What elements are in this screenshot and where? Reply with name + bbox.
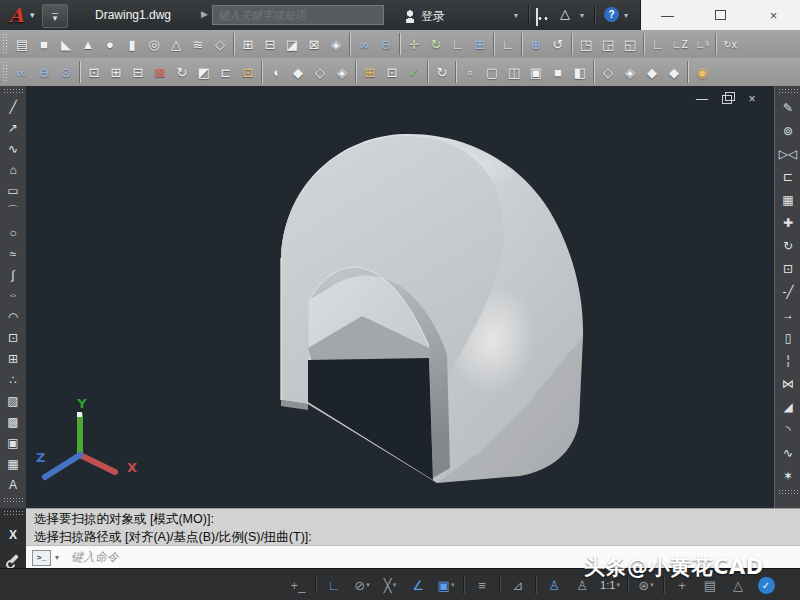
toolbar-grip[interactable] [3, 88, 23, 94]
viewport-minimize-button[interactable]: — [694, 91, 710, 107]
subtract-button[interactable]: ⊖ [375, 32, 397, 56]
subtract-button[interactable]: ⊖ [33, 60, 55, 84]
world-ucs-button[interactable]: ⊕ [525, 32, 547, 56]
slice-button[interactable]: ◪ [281, 32, 303, 56]
origin-ucs-button[interactable]: ∟ [647, 32, 669, 56]
vs-conceptual-button[interactable]: ■ [547, 60, 569, 84]
circle-button[interactable]: ○ [1, 222, 25, 243]
chamfer-button[interactable]: ◢ [776, 395, 800, 418]
isometric-drafting-button[interactable]: ╳▾ [376, 573, 404, 597]
rectangle-button[interactable]: ▭ [1, 180, 25, 201]
polar-tracking-caret-icon[interactable]: ▾ [366, 581, 370, 589]
isometric-drafting-caret-icon[interactable]: ▾ [393, 581, 397, 589]
exchange-apps-button[interactable] [536, 8, 538, 26]
minimize-button[interactable]: — [653, 3, 683, 27]
rotate-gizmo-button[interactable]: ↻ [425, 32, 447, 56]
mirror-button[interactable]: ▷◁ [776, 142, 800, 165]
vs-realistic-button[interactable]: ▣ [525, 60, 547, 84]
viewport-close-button[interactable]: × [744, 91, 760, 107]
x-rotate-ucs-button[interactable]: ↻x [719, 32, 741, 56]
dynamic-ucs-button[interactable]: ⊿ [504, 573, 532, 597]
wedge-button[interactable]: ◣ [55, 32, 77, 56]
imprint-button[interactable]: ⊟ [259, 32, 281, 56]
toolbar-grip[interactable] [3, 497, 23, 503]
z-axis-ucs-button[interactable]: ∟Z [669, 32, 691, 56]
dynamic-input-button[interactable]: +_ [284, 573, 312, 597]
render-preset-medium-button[interactable]: ◆ [641, 60, 663, 84]
object-snap-caret-icon[interactable]: ▾ [451, 581, 455, 589]
polysolid-button[interactable]: ▤ [11, 32, 33, 56]
multiline-text-button[interactable]: A [1, 474, 25, 495]
autodesk-360-caret-icon[interactable]: ▾ [580, 11, 584, 20]
object-snap-tracking-button[interactable]: ∠ [404, 573, 432, 597]
wrench-icon[interactable] [6, 554, 20, 568]
offset-button[interactable]: ⊏ [776, 165, 800, 188]
vs-shaded-button[interactable]: ◧ [569, 60, 591, 84]
join-button[interactable]: ⋈ [776, 372, 800, 395]
toolbar-grip[interactable] [2, 61, 8, 83]
box-button[interactable]: ■ [33, 32, 55, 56]
spline-button[interactable]: ∫ [1, 264, 25, 285]
fillet-edge-button[interactable]: ◖ [265, 60, 287, 84]
construction-line-button[interactable]: ↗ [1, 117, 25, 138]
explode-button[interactable]: ✶ [776, 464, 800, 487]
annotation-scale-caret-icon[interactable]: ▾ [616, 581, 620, 589]
line-button[interactable]: ╱ [1, 96, 25, 117]
render-button[interactable]: ◉ [691, 60, 713, 84]
help-button[interactable]: ? [604, 7, 619, 22]
object-snap-button[interactable]: ▣▾ [432, 573, 460, 597]
erase-button[interactable]: ✎ [776, 96, 800, 119]
restore-button[interactable] [706, 3, 736, 27]
hatch-button[interactable]: ▨ [1, 390, 25, 411]
insert-block-button[interactable]: ⊡ [1, 327, 25, 348]
command-prompt-caret-icon[interactable]: ▾ [55, 553, 59, 562]
help-search-box[interactable] [212, 5, 384, 25]
close-button[interactable]: × [759, 3, 789, 27]
vs-2d-wireframe-button[interactable]: ▫ [459, 60, 481, 84]
gradient-button[interactable]: ▩ [1, 411, 25, 432]
render-preset-draft-button[interactable]: ◇ [597, 60, 619, 84]
viewport-restore-button[interactable] [719, 91, 735, 107]
app-menu-button[interactable]: A [2, 1, 30, 29]
toolbar-grip[interactable] [778, 88, 798, 94]
color-edges-button[interactable]: ◈ [331, 60, 353, 84]
search-expand-icon[interactable]: ▶ [201, 9, 208, 19]
delete-faces-button[interactable]: ⊠ [149, 60, 171, 84]
copy-faces-button[interactable]: ⊟ [127, 60, 149, 84]
create-block-button[interactable]: ⊞ [1, 348, 25, 369]
lineweight-button[interactable]: ≡ [468, 573, 496, 597]
move-gizmo-button[interactable]: ✛ [403, 32, 425, 56]
break-at-point-button[interactable]: ▯ [776, 326, 800, 349]
presspull-button[interactable]: ⊞ [237, 32, 259, 56]
check-button[interactable]: ✓ [403, 60, 425, 84]
sphere-button[interactable]: ● [99, 32, 121, 56]
command-window-grip[interactable] [3, 510, 23, 516]
toolbar-grip[interactable] [2, 33, 8, 55]
extend-button[interactable]: → [776, 303, 800, 326]
interference-button[interactable]: ⊞ [359, 60, 381, 84]
region-button[interactable]: ▣ [1, 432, 25, 453]
break-button[interactable]: ╎ [776, 349, 800, 372]
extract-edges-button[interactable]: ∟ [447, 32, 469, 56]
previous-ucs-button[interactable]: ↺ [547, 32, 569, 56]
copy-button[interactable]: ⊚ [776, 119, 800, 142]
union-button[interactable]: ∞ [353, 32, 375, 56]
offset-faces-button[interactable]: ⊏ [215, 60, 237, 84]
point-button[interactable]: ∴ [1, 369, 25, 390]
copy-edges-button[interactable]: ◇ [309, 60, 331, 84]
helix-button[interactable]: ≋ [187, 32, 209, 56]
chamfer-edge-button[interactable]: ◆ [287, 60, 309, 84]
thicken-button[interactable]: ⊠ [303, 32, 325, 56]
move-button[interactable]: ✚ [776, 211, 800, 234]
render-preset-low-button[interactable]: ◈ [619, 60, 641, 84]
cone-button[interactable]: ▲ [77, 32, 99, 56]
face-ucs-button[interactable]: ◳ [575, 32, 597, 56]
polygon-button[interactable]: ⌂ [1, 159, 25, 180]
view-ucs-button[interactable]: ◱ [619, 32, 641, 56]
render-preset-high-button[interactable]: ◆ [663, 60, 685, 84]
command-input-placeholder[interactable]: 键入命令 [71, 549, 119, 566]
polyline-button[interactable]: ∿ [1, 138, 25, 159]
shell-button[interactable]: ⊡ [381, 60, 403, 84]
ellipse-arc-button[interactable]: ◠ [1, 306, 25, 327]
extrude-faces-button[interactable]: ⊡ [83, 60, 105, 84]
